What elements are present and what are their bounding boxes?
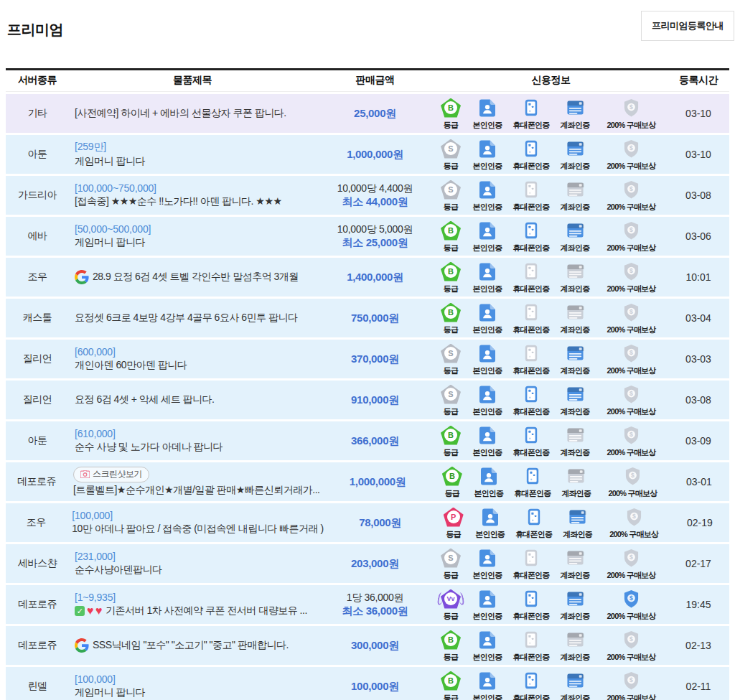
refund-item: $ 200% 구매보상 <box>596 467 669 499</box>
shield-icon: $ <box>623 98 640 118</box>
item-range-link[interactable]: [100,000] <box>72 510 323 521</box>
table-row[interactable]: 아툰 [610,000] 순수 사냥 및 노가다 아데나 팝니다 366,000… <box>6 421 729 460</box>
grade-item: B 등급 <box>434 671 467 700</box>
phone-item: 휴대폰인증 <box>507 344 555 376</box>
table-row[interactable]: 조우 28.9 요정 6검 4셋 트벨 각인수반 말섬추억 3개월 1,400,… <box>6 258 729 297</box>
price-cell: 10,000당 4,400원 최소 44,000원 <box>316 182 434 209</box>
identity-item: 본인인증 <box>467 303 507 335</box>
phone-item: 휴대폰인증 <box>507 221 555 253</box>
item-title[interactable]: 게임머니 팝니다 <box>75 236 316 249</box>
price-cell: 750,000원 <box>316 312 434 325</box>
registration-time: 02-11 <box>668 681 729 692</box>
bankbook-icon <box>566 549 584 568</box>
shield-icon: $ <box>623 630 640 650</box>
item-title[interactable]: [접속중] ★★★순수 !!노가다!! 아덴 팝니다. ★★★ <box>75 195 316 208</box>
refund-item: $ 200% 구매보상 <box>595 549 668 581</box>
sale-price: 910,000원 <box>316 393 434 407</box>
svg-text:$: $ <box>629 349 633 356</box>
table-row[interactable]: 세바스챤 [231,000] 순수사냥아덴팝니다 203,000원 S 등급 <box>6 544 729 583</box>
table-row[interactable]: 아툰 [259만] 게임머니 팝니다 1,000,000원 S 등급 <box>6 135 729 174</box>
phone-label: 휴대폰인증 <box>512 447 549 458</box>
item-title[interactable]: 순수사냥아덴팝니다 <box>75 564 316 577</box>
table-row[interactable]: 에바 [50,000~500,000] 게임머니 팝니다 10,000당 5,0… <box>6 217 729 256</box>
item-title[interactable]: 게임머니 팝니다 <box>75 686 316 699</box>
item-range-link[interactable]: [100,000~750,000] <box>75 182 316 194</box>
item-range-link[interactable]: [600,000] <box>75 346 316 358</box>
grade-label: 등급 <box>444 202 458 213</box>
phone-label: 휴대폰인증 <box>514 488 551 499</box>
table-row[interactable]: 린델 [100,000] 게임머니 팝니다 100,000원 B 등급 <box>6 667 729 700</box>
phone-icon <box>524 303 538 322</box>
item-title[interactable]: 28.9 요정 6검 4셋 트벨 각인수반 말섬추억 3개월 <box>75 270 316 284</box>
grade-label: 등급 <box>444 365 458 376</box>
credit-info-cell: Vv 등급 본인인증 휴대폰인증 계좌 <box>434 588 668 622</box>
item-title[interactable]: 순수 사냥 및 노가다 아데나 팝니다 <box>75 441 316 454</box>
table-row[interactable]: 데포로쥬 [1~9,935] ✓♥♥ 기존서버 1차 사전예약 쿠폰 전서버 대… <box>6 585 729 624</box>
svg-text:$: $ <box>629 635 633 643</box>
sale-price: 1,000,000원 <box>319 475 435 489</box>
refund-item: $ 200% 구매보상 <box>595 589 668 622</box>
table-row[interactable]: 데포로쥬 SSS닉네임 "포수" "소고기" "중고" 판매합니다. 300,0… <box>6 626 729 665</box>
bankbook-icon <box>566 671 584 691</box>
grade-label: 등급 <box>444 652 458 663</box>
camera-icon <box>80 470 90 478</box>
item-range-link[interactable]: [231,000] <box>75 551 316 562</box>
account-label: 계좌인증 <box>561 243 590 253</box>
screenshot-view-badge[interactable]: 스크린샷보기 <box>73 467 149 482</box>
item-range-link[interactable]: [100,000] <box>75 673 316 685</box>
bankbook-icon <box>566 589 584 609</box>
table-row[interactable]: 기타 [사전예약] 하이네 + 에바의 선물상자 쿠폰 팝니다. 25,000원… <box>6 94 729 133</box>
account-label: 계좌인증 <box>561 202 590 213</box>
table-row[interactable]: 조우 [100,000] 10만 아데나 팔아요 / 접속중 (미접속엔 내립니… <box>6 503 729 542</box>
item-title[interactable]: 개인아덴 60만아덴 팝니다 <box>75 359 316 372</box>
identity-item: 본인인증 <box>467 426 507 458</box>
item-title[interactable]: 요정 6검 4셋 + 악세 세트 팝니다. <box>75 393 316 406</box>
grade-label: 등급 <box>444 325 458 335</box>
identity-label: 본인인증 <box>473 611 502 622</box>
item-title[interactable]: 게임머니 팝니다 <box>75 155 316 168</box>
identity-doc-icon <box>479 262 495 281</box>
item-title[interactable]: 10만 아데나 팔아요 / 접속중 (미접속엔 내립니다 빠른거래 ) <box>72 523 323 536</box>
item-title[interactable]: SSS닉네임 "포수" "소고기" "중고" 판매합니다. <box>75 638 316 653</box>
identity-item: 본인인증 <box>467 630 507 663</box>
table-row[interactable]: 질리언 [600,000] 개인아덴 60만아덴 팝니다 370,000원 S … <box>6 340 729 378</box>
registration-time: 03-03 <box>668 353 729 365</box>
grade-item: B 등급 <box>436 467 469 499</box>
table-row[interactable]: 캐스톨 요정셋 6크로 4보망 4강부 4골무 6요사 6민투 팝니다 750,… <box>6 299 729 337</box>
table-row[interactable]: 가드리아 [100,000~750,000] [접속중] ★★★순수 !!노가다… <box>6 176 729 215</box>
premium-guide-button[interactable]: 프리미엄등록안내 <box>641 11 734 41</box>
item-title[interactable]: [트롤벨트]★순수개인★개별/일괄 판매★빠른신뢰거래가... <box>73 484 319 497</box>
svg-text:$: $ <box>629 594 633 602</box>
item-range-link[interactable]: [1~9,935] <box>75 592 316 603</box>
item-title-text: 순수사냥아덴팝니다 <box>75 564 162 577</box>
grade-badge-icon: S <box>441 549 461 568</box>
shield-icon: $ <box>623 344 640 363</box>
registration-time: 03-09 <box>668 435 729 447</box>
phone-icon <box>524 139 538 159</box>
phone-icon <box>524 221 538 241</box>
refund-item: $ 200% 구매보상 <box>595 671 668 700</box>
phone-item: 휴대폰인증 <box>507 98 555 131</box>
table-row[interactable]: 데포로쥬 스크린샷보기 [트롤벨트]★순수개인★개별/일괄 판매★빠른신뢰거래가… <box>6 462 729 501</box>
table-body: 기타 [사전예약] 하이네 + 에바의 선물상자 쿠폰 팝니다. 25,000원… <box>6 94 729 700</box>
server-name: 데포로쥬 <box>6 475 67 488</box>
phone-item: 휴대폰인증 <box>507 671 555 700</box>
identity-label: 본인인증 <box>473 120 502 131</box>
grade-badge-icon: B <box>441 262 461 281</box>
phone-label: 휴대폰인증 <box>512 202 549 213</box>
svg-text:$: $ <box>629 308 633 315</box>
identity-label: 본인인증 <box>473 202 502 213</box>
grade-item: P 등급 <box>437 508 470 540</box>
grade-label: 등급 <box>444 406 458 417</box>
registration-time: 10:01 <box>668 271 729 283</box>
item-range-link[interactable]: [259만] <box>75 141 316 154</box>
item-title[interactable]: [사전예약] 하이네 + 에바의 선물상자 쿠폰 팝니다. <box>75 107 316 120</box>
item-range-link[interactable]: [50,000~500,000] <box>75 223 316 235</box>
identity-doc-icon <box>481 467 497 486</box>
table-row[interactable]: 질리언 요정 6검 4셋 + 악세 세트 팝니다. 910,000원 S 등급 <box>6 381 729 419</box>
item-title[interactable]: ✓♥♥ 기존서버 1차 사전예약 쿠폰 전서버 대량보유 ... <box>75 605 316 617</box>
identity-label: 본인인증 <box>475 529 505 540</box>
unit-price: 10,000당 5,000원 <box>316 223 434 236</box>
item-title[interactable]: 요정셋 6크로 4보망 4강부 4골무 6요사 6민투 팝니다 <box>75 312 316 325</box>
item-range-link[interactable]: [610,000] <box>75 428 316 439</box>
